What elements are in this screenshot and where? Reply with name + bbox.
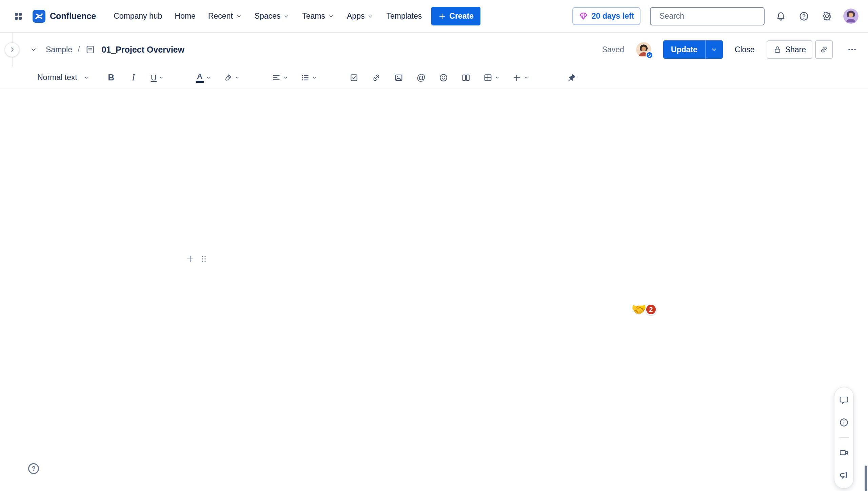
- drag-handle-icon: [199, 254, 208, 263]
- video-button[interactable]: [836, 445, 851, 460]
- checkbox-icon: [349, 73, 359, 82]
- alignment-button[interactable]: [272, 70, 288, 85]
- plus-icon: [512, 73, 521, 82]
- gear-icon: [822, 11, 832, 22]
- pin-toolbar-button[interactable]: [567, 70, 577, 85]
- insert-image-button[interactable]: [394, 70, 404, 85]
- chevron-down-icon: [83, 75, 89, 80]
- nav-item-apps[interactable]: Apps: [347, 12, 374, 21]
- nav-item-spaces[interactable]: Spaces: [255, 12, 290, 21]
- chevron-down-icon: [236, 13, 242, 19]
- collaborator-presence[interactable]: S: [636, 42, 651, 57]
- plus-icon: [185, 254, 195, 264]
- bullet-list-icon: [300, 73, 310, 82]
- nav-item-teams[interactable]: Teams: [302, 12, 334, 21]
- trial-days-left-label: 20 days left: [592, 12, 634, 21]
- nav-item-label: Company hub: [114, 12, 162, 21]
- right-floating-toolbar: [834, 387, 854, 489]
- search-box[interactable]: [650, 7, 765, 25]
- breadcrumb-space-link[interactable]: Sample: [46, 45, 72, 54]
- page-title: 01_Project Overview: [101, 45, 184, 55]
- text-style-select[interactable]: Normal text: [37, 73, 89, 82]
- page-info-button[interactable]: [836, 415, 851, 430]
- notifications-button[interactable]: [774, 10, 788, 23]
- mention-button[interactable]: @: [416, 70, 426, 85]
- breadcrumb: Sample / 01_Project Overview: [46, 44, 184, 55]
- confluence-brand[interactable]: Confluence: [33, 10, 96, 23]
- help-button[interactable]: [797, 10, 811, 23]
- italic-glyph: I: [132, 72, 135, 83]
- trial-days-left-button[interactable]: 20 days left: [572, 7, 640, 25]
- top-navigation-bar: Confluence Company hub Home Recent Space…: [0, 0, 868, 33]
- nav-item-company-hub[interactable]: Company hub: [114, 12, 162, 21]
- text-color-glyph-stack: A: [196, 73, 204, 83]
- editor-toolbar: Normal text B I U A: [0, 67, 868, 89]
- ellipsis-icon: [847, 44, 857, 55]
- nav-item-label: Home: [175, 12, 195, 21]
- chevron-down-icon: [495, 75, 500, 80]
- comments-button[interactable]: [836, 393, 851, 408]
- insert-more-button[interactable]: [512, 70, 529, 85]
- page-header-bar: Sample / 01_Project Overview Saved S Upd…: [0, 33, 868, 67]
- update-button[interactable]: Update: [663, 40, 705, 59]
- create-button[interactable]: Create: [431, 7, 480, 25]
- task-list-button[interactable]: [349, 70, 359, 85]
- more-actions-button[interactable]: [845, 42, 860, 57]
- chevron-down-icon: [328, 13, 334, 19]
- chevron-down-icon: [283, 75, 288, 80]
- comment-bubble-icon: [839, 395, 849, 405]
- italic-button[interactable]: I: [129, 70, 139, 85]
- help-glyph: ?: [32, 465, 36, 472]
- link-icon: [820, 45, 828, 54]
- emoji-button[interactable]: [438, 70, 449, 85]
- editor-help-button[interactable]: ?: [28, 463, 39, 474]
- nav-item-label: Spaces: [255, 12, 281, 21]
- chevron-down-icon: [235, 75, 240, 80]
- columns-layout-icon: [461, 73, 471, 82]
- table-icon: [483, 73, 493, 82]
- feedback-button[interactable]: [836, 468, 851, 483]
- search-input[interactable]: [659, 12, 760, 21]
- vertical-scrollbar-thumb[interactable]: [865, 466, 867, 491]
- nav-item-templates[interactable]: Templates: [386, 12, 422, 21]
- text-color-glyph: A: [197, 73, 202, 80]
- primary-nav: Company hub Home Recent Spaces Teams App…: [114, 12, 422, 21]
- megaphone-icon: [839, 470, 849, 480]
- share-button-label: Share: [785, 45, 806, 54]
- drag-block-handle[interactable]: [199, 253, 209, 264]
- nav-item-label: Apps: [347, 12, 364, 21]
- bold-glyph: B: [108, 72, 114, 83]
- chevron-down-icon: [312, 75, 317, 80]
- insert-block-button[interactable]: [185, 253, 196, 264]
- bold-button[interactable]: B: [106, 70, 116, 85]
- nav-item-label: Teams: [302, 12, 325, 21]
- video-camera-icon: [839, 448, 849, 458]
- highlight-color-button[interactable]: [223, 70, 240, 85]
- list-menu-button[interactable]: [300, 70, 317, 85]
- editor-canvas[interactable]: [0, 89, 868, 491]
- share-button[interactable]: Share: [767, 40, 812, 59]
- insert-link-button[interactable]: [371, 70, 381, 85]
- copy-link-button[interactable]: [815, 40, 833, 59]
- update-options-button[interactable]: [705, 40, 723, 59]
- user-avatar[interactable]: [843, 8, 859, 24]
- reaction-count-badge: 2: [645, 304, 657, 315]
- expand-sidebar-button[interactable]: [5, 42, 19, 57]
- underline-menu-button[interactable]: U: [151, 70, 164, 85]
- emoji-smile-icon: [439, 73, 448, 82]
- confluence-logo-icon: [33, 10, 45, 23]
- nav-item-recent[interactable]: Recent: [208, 12, 242, 21]
- pushpin-icon: [567, 73, 576, 82]
- text-style-label: Normal text: [37, 73, 77, 82]
- nav-item-home[interactable]: Home: [175, 12, 195, 21]
- layouts-button[interactable]: [461, 70, 471, 85]
- app-switcher-button[interactable]: [12, 10, 25, 23]
- info-circle-icon: [839, 417, 849, 428]
- settings-button[interactable]: [820, 10, 834, 23]
- breadcrumb-expand-button[interactable]: [27, 46, 40, 53]
- table-menu-button[interactable]: [483, 70, 500, 85]
- close-button[interactable]: Close: [735, 45, 755, 54]
- text-color-button[interactable]: A: [196, 70, 211, 85]
- bell-icon: [775, 11, 786, 22]
- highlighter-icon: [223, 73, 233, 82]
